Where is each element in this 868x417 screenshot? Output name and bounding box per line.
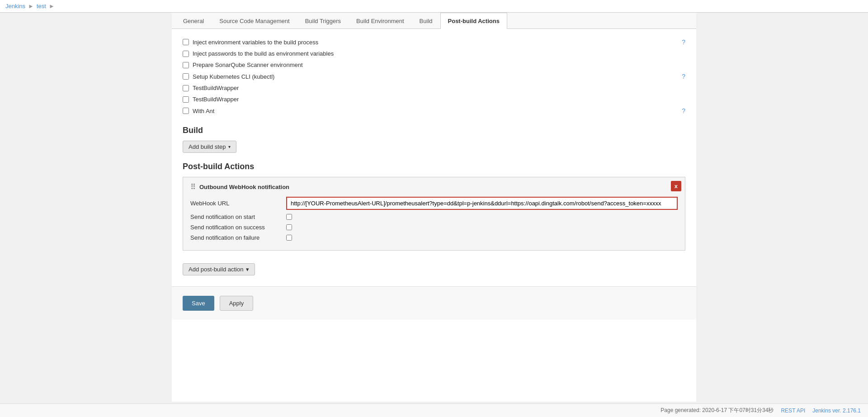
checkbox-testbuildwrapper1[interactable] — [183, 85, 189, 91]
checkbox-with-ant[interactable] — [183, 108, 189, 114]
tab-build-environment[interactable]: Build Environment — [349, 13, 412, 29]
topbar: Jenkins ► test ► — [0, 0, 868, 13]
help-icon-with-ant[interactable]: ? — [682, 107, 685, 114]
postbuild-section-heading: Post-build Actions — [183, 162, 685, 171]
postbuild-panel-title-label: Outbound WebHook notification — [199, 184, 289, 190]
checkbox-testbuildwrapper2-label: TestBuildWrapper — [193, 96, 239, 103]
tab-general[interactable]: General — [175, 13, 212, 29]
webhook-url-label: WebHook URL — [190, 200, 281, 207]
checkbox-item-sonarqube: Prepare SonarQube Scanner environment — [183, 59, 685, 71]
footer-page-generated: Page generated: 2020-6-17 下午07时31分34秒 — [660, 407, 774, 414]
checkbox-item-inject-passwords: Inject passwords to the build as environ… — [183, 48, 685, 59]
webhook-url-input[interactable] — [286, 197, 678, 210]
send-on-success-row: Send notification on success — [190, 224, 678, 231]
checkbox-item-testbuildwrapper2: TestBuildWrapper — [183, 94, 685, 105]
breadcrumb-jenkins[interactable]: Jenkins — [5, 3, 25, 9]
build-section-heading: Build — [183, 126, 685, 135]
save-button[interactable]: Save — [183, 296, 214, 311]
main-content: General Source Code Management Build Tri… — [172, 13, 696, 402]
checkbox-testbuildwrapper2[interactable] — [183, 96, 189, 103]
checkbox-inject-passwords-label: Inject passwords to the build as environ… — [193, 50, 334, 57]
checkbox-inject-env[interactable] — [183, 39, 189, 45]
add-postbuild-caret: ▾ — [246, 266, 249, 273]
breadcrumb-sep1: ► — [28, 3, 34, 9]
postbuild-panel-title: ⠿ Outbound WebHook notification — [190, 183, 678, 191]
tab-source-code-management[interactable]: Source Code Management — [212, 13, 297, 29]
send-on-success-checkbox[interactable] — [286, 224, 292, 230]
build-environment-checkboxes: Inject environment variables to the buil… — [183, 36, 685, 117]
add-build-step-caret: ▾ — [228, 144, 231, 149]
tabs-bar: General Source Code Management Build Tri… — [172, 13, 696, 29]
add-postbuild-action-label: Add post-build action — [189, 266, 243, 273]
checkbox-testbuildwrapper1-label: TestBuildWrapper — [193, 85, 239, 91]
postbuild-panel: x ⠿ Outbound WebHook notification WebHoo… — [183, 177, 685, 251]
add-build-step-button[interactable]: Add build step ▾ — [183, 141, 236, 153]
tab-post-build-actions[interactable]: Post-build Actions — [440, 13, 507, 29]
send-on-failure-row: Send notification on failure — [190, 234, 678, 241]
checkbox-sonarqube-label: Prepare SonarQube Scanner environment — [193, 62, 303, 68]
send-on-start-row: Send notification on start — [190, 213, 678, 220]
checkbox-inject-passwords[interactable] — [183, 51, 189, 57]
checkbox-item-testbuildwrapper1: TestBuildWrapper — [183, 82, 685, 94]
breadcrumb-test[interactable]: test — [37, 3, 46, 9]
send-on-failure-label: Send notification on failure — [190, 234, 281, 241]
add-build-step-label: Add build step — [189, 143, 226, 150]
checkbox-kubernetes[interactable] — [183, 73, 189, 80]
send-on-start-label: Send notification on start — [190, 213, 281, 220]
add-postbuild-action-button[interactable]: Add post-build action ▾ — [183, 263, 255, 275]
webhook-url-row: WebHook URL — [190, 197, 678, 210]
send-on-failure-checkbox[interactable] — [286, 235, 292, 241]
footer-jenkins-ver-link[interactable]: Jenkins ver. 2.176.1 — [812, 408, 861, 414]
checkbox-inject-env-label: Inject environment variables to the buil… — [193, 39, 318, 46]
checkbox-sonarqube[interactable] — [183, 62, 189, 68]
action-buttons: Save Apply — [172, 286, 696, 320]
help-icon-inject-env[interactable]: ? — [682, 38, 685, 46]
checkbox-item-with-ant: With Ant ? — [183, 105, 685, 117]
send-on-success-label: Send notification on success — [190, 224, 281, 231]
content-body: Inject environment variables to the buil… — [172, 29, 696, 283]
breadcrumb-sep2: ► — [49, 3, 55, 9]
checkbox-with-ant-label: With Ant — [193, 108, 214, 114]
send-on-start-checkbox[interactable] — [286, 214, 292, 220]
footer: Page generated: 2020-6-17 下午07时31分34秒 RE… — [0, 403, 868, 417]
checkbox-item-inject-env: Inject environment variables to the buil… — [183, 36, 685, 48]
checkbox-item-kubernetes: Setup Kubernetes CLI (kubectl) ? — [183, 71, 685, 82]
tab-build-triggers[interactable]: Build Triggers — [297, 13, 349, 29]
help-icon-kubernetes[interactable]: ? — [682, 73, 685, 80]
apply-button[interactable]: Apply — [220, 296, 254, 311]
drag-handle-icon: ⠿ — [190, 183, 196, 191]
remove-panel-button[interactable]: x — [671, 181, 681, 191]
footer-rest-api-link[interactable]: REST API — [781, 408, 805, 414]
checkbox-kubernetes-label: Setup Kubernetes CLI (kubectl) — [193, 73, 274, 80]
tab-build[interactable]: Build — [412, 13, 440, 29]
